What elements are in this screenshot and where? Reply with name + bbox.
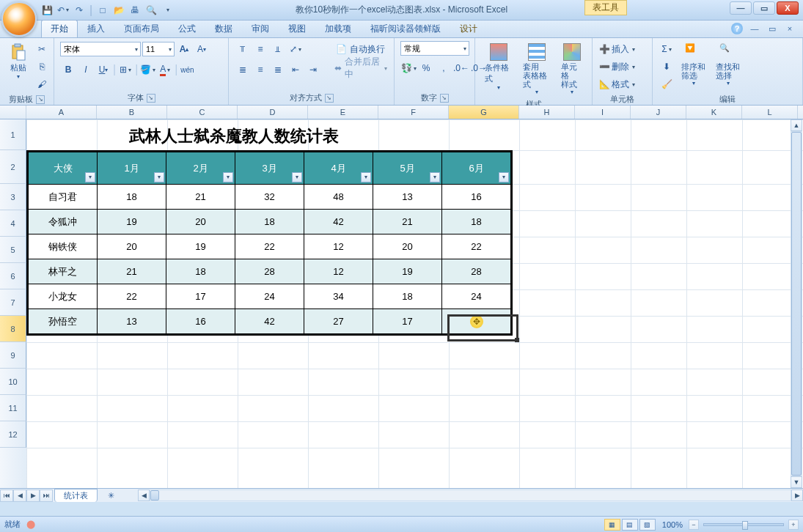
tab-页面布局[interactable]: 页面布局 xyxy=(114,20,169,37)
table-cell[interactable]: 小龙女 xyxy=(29,284,98,309)
sheet-tab[interactable]: 统计表 xyxy=(54,489,98,502)
table-cell[interactable]: 18 xyxy=(442,210,511,234)
table-cell[interactable]: 18 xyxy=(166,259,235,284)
office-button[interactable] xyxy=(1,1,37,37)
table-cell[interactable]: 20 xyxy=(166,210,235,234)
table-cell[interactable]: 27 xyxy=(304,309,373,334)
col-header-K[interactable]: K xyxy=(686,106,742,119)
doc-close-icon[interactable]: × xyxy=(784,23,796,34)
hscroll-thumb[interactable] xyxy=(150,490,159,500)
vscroll-thumb[interactable] xyxy=(791,132,802,476)
doc-restore-icon[interactable]: ▭ xyxy=(766,23,778,34)
table-cell[interactable]: 24 xyxy=(235,284,304,309)
number-format-combo[interactable]: 常规 xyxy=(400,41,469,56)
qat-redo-icon[interactable]: ↷ xyxy=(73,4,85,16)
row-header-7[interactable]: 7 xyxy=(0,289,26,316)
table-cell[interactable]: 19 xyxy=(373,259,442,284)
filter-icon[interactable]: ▾ xyxy=(499,172,509,182)
col-header-A[interactable]: A xyxy=(26,106,97,119)
table-cell[interactable]: 34 xyxy=(304,284,373,309)
delete-cells-button[interactable]: ➖ 删除 xyxy=(598,59,636,75)
table-header[interactable]: 3月▾ xyxy=(235,152,304,185)
sheet-nav-prev-icon[interactable]: ◀ xyxy=(13,489,26,502)
sheet-nav-next-icon[interactable]: ▶ xyxy=(26,489,40,502)
qat-print-icon[interactable]: 🖶 xyxy=(129,4,141,16)
insert-cells-button[interactable]: ➕ 插入 xyxy=(598,41,636,57)
qat-preview-icon[interactable]: 🔍 xyxy=(145,4,157,16)
format-as-table-button[interactable]: 套用 表格格式▾ xyxy=(519,41,554,97)
sort-filter-button[interactable]: 🔽排序和 筛选▾ xyxy=(678,41,709,89)
table-header[interactable]: 2月▾ xyxy=(166,152,235,185)
hscroll-right-icon[interactable]: ▶ xyxy=(791,489,803,501)
table-cell[interactable]: ✥ xyxy=(442,309,511,334)
cells-area[interactable]: 武林人士弑杀魔教人数统计表大侠▾1月▾2月▾3月▾4月▾5月▾6月▾自习君182… xyxy=(26,119,803,488)
format-painter-icon[interactable]: 🖌 xyxy=(34,76,50,92)
format-cells-button[interactable]: 📐 格式 xyxy=(598,76,636,92)
wrap-text-button[interactable]: 📄 自动换行 xyxy=(334,41,388,57)
comma-icon[interactable]: , xyxy=(436,60,452,76)
table-cell[interactable]: 18 xyxy=(373,284,442,309)
row-header-4[interactable]: 4 xyxy=(0,210,26,237)
orientation-icon[interactable]: ⤢ xyxy=(287,41,304,57)
font-color-icon[interactable]: A xyxy=(157,62,173,78)
tab-数据[interactable]: 数据 xyxy=(205,20,242,37)
table-cell[interactable]: 22 xyxy=(442,234,511,259)
filter-icon[interactable]: ▾ xyxy=(361,172,371,182)
table-cell[interactable]: 21 xyxy=(373,210,442,234)
sheet-insert-icon[interactable]: ✳ xyxy=(99,490,123,501)
col-header-B[interactable]: B xyxy=(97,106,167,119)
help-icon[interactable]: ? xyxy=(731,23,743,34)
col-header-E[interactable]: E xyxy=(308,106,378,119)
row-header-12[interactable]: 12 xyxy=(0,421,26,448)
zoom-in-icon[interactable]: + xyxy=(788,520,799,530)
table-cell[interactable]: 林平之 xyxy=(29,259,98,284)
vertical-scrollbar[interactable]: ▲ ▼ xyxy=(791,119,803,488)
table-cell[interactable]: 13 xyxy=(373,185,442,210)
col-header-J[interactable]: J xyxy=(631,106,686,119)
view-normal-icon[interactable]: ▦ xyxy=(604,519,620,531)
col-header-G[interactable]: G xyxy=(449,106,519,119)
merge-center-button[interactable]: ⬌ 合并后居中 xyxy=(334,60,388,76)
window-minimize-button[interactable]: — xyxy=(730,1,752,15)
paste-button[interactable]: 粘贴▾ xyxy=(6,41,31,82)
qat-undo-icon[interactable]: ↶ xyxy=(57,4,69,16)
filter-icon[interactable]: ▾ xyxy=(292,172,302,182)
vscroll-down-icon[interactable]: ▼ xyxy=(791,476,802,488)
table-cell[interactable]: 28 xyxy=(235,259,304,284)
font-size-combo[interactable]: 11 xyxy=(142,42,175,56)
table-cell[interactable]: 令狐冲 xyxy=(29,210,98,234)
fill-color-icon[interactable]: 🪣 xyxy=(139,62,155,78)
percent-icon[interactable]: % xyxy=(418,60,434,76)
clear-icon[interactable]: 🧹 xyxy=(659,76,675,92)
table-cell[interactable]: 17 xyxy=(166,284,235,309)
table-cell[interactable]: 20 xyxy=(98,234,166,259)
qat-open-icon[interactable]: 📂 xyxy=(113,4,125,16)
table-cell[interactable]: 19 xyxy=(98,210,166,234)
vscroll-up-icon[interactable]: ▲ xyxy=(791,119,802,131)
filter-icon[interactable]: ▾ xyxy=(85,172,95,182)
fill-icon[interactable]: ⬇ xyxy=(659,59,675,75)
tab-公式[interactable]: 公式 xyxy=(169,20,205,37)
tab-插入[interactable]: 插入 xyxy=(78,20,114,37)
font-name-combo[interactable]: 宋体 xyxy=(60,42,141,56)
table-cell[interactable]: 钢铁侠 xyxy=(29,234,98,259)
filter-icon[interactable]: ▾ xyxy=(430,172,440,182)
borders-icon[interactable]: ⊞ xyxy=(117,62,133,78)
col-header-D[interactable]: D xyxy=(238,106,308,119)
sheet-nav-first-icon[interactable]: ⏮ xyxy=(0,489,13,502)
clipboard-dialog-icon[interactable]: ↘ xyxy=(36,95,45,104)
view-pagebreak-icon[interactable]: ▧ xyxy=(639,519,656,531)
row-header-10[interactable]: 10 xyxy=(0,369,26,395)
autosum-icon[interactable]: Σ xyxy=(659,41,675,57)
align-center-icon[interactable]: ≡ xyxy=(252,62,268,78)
status-record-icon[interactable]: ⬤ xyxy=(26,520,35,529)
horizontal-scrollbar[interactable]: ◀ ▶ xyxy=(138,489,803,502)
col-header-H[interactable]: H xyxy=(519,106,575,119)
table-header[interactable]: 大侠▾ xyxy=(29,152,98,185)
table-cell[interactable]: 自习君 xyxy=(29,185,98,210)
conditional-format-button[interactable]: 条件格式▾ xyxy=(481,41,516,93)
table-cell[interactable]: 22 xyxy=(98,284,166,309)
table-cell[interactable]: 孙悟空 xyxy=(29,309,98,334)
tab-设计[interactable]: 设计 xyxy=(450,20,487,37)
zoom-out-icon[interactable]: − xyxy=(689,520,699,530)
